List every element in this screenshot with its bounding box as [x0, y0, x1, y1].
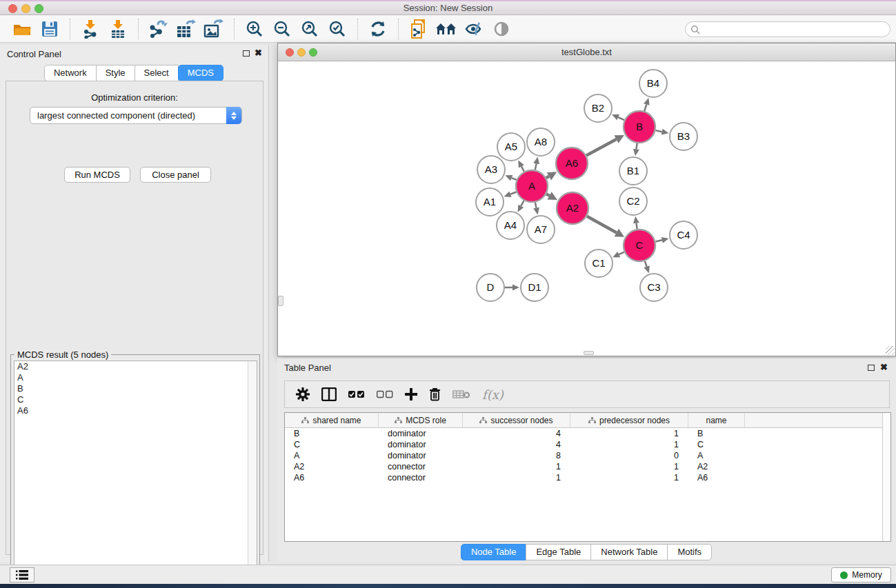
table-row[interactable]: A2connector11A2 [285, 461, 890, 472]
table-cell[interactable]: 4 [463, 439, 570, 450]
table-row[interactable]: Bdominator41B [285, 428, 890, 439]
graph-edge-A-A5[interactable] [518, 160, 524, 171]
table-cell[interactable]: B [688, 428, 745, 439]
memory-button[interactable]: Memory [831, 567, 891, 582]
home-view-button[interactable] [435, 17, 458, 41]
zoom-out-button[interactable] [270, 17, 294, 41]
deselect-all-button[interactable] [377, 390, 393, 398]
graph-node-A[interactable]: A [516, 170, 548, 202]
graph-node-C2[interactable]: C2 [619, 187, 647, 215]
graph-edge-A-A7[interactable] [533, 203, 539, 215]
graph-edge-A-A3[interactable] [505, 175, 516, 181]
graph-edge-A-A4[interactable] [518, 201, 524, 212]
graph-edge-B-B4[interactable] [644, 98, 650, 111]
table-cell[interactable]: 1 [463, 461, 570, 472]
vertical-scroll-mark[interactable] [278, 296, 283, 306]
graph-node-A7[interactable]: A7 [527, 216, 555, 243]
table-cell[interactable]: 1 [570, 428, 688, 439]
tab-motifs[interactable]: Motifs [667, 544, 712, 560]
table-cell[interactable]: A6 [688, 472, 745, 483]
table-cell[interactable]: 0 [570, 450, 688, 461]
close-panel-icon[interactable]: ✖ [255, 48, 262, 58]
graph-node-B2[interactable]: B2 [584, 94, 612, 122]
table-cell[interactable]: 1 [570, 461, 688, 472]
table-cell[interactable]: connector [379, 472, 463, 483]
horizontal-scroll-mark[interactable] [584, 351, 594, 355]
function-builder-button[interactable]: f(x) [482, 387, 504, 402]
run-mcds-button[interactable]: Run MCDS [64, 167, 130, 183]
hide-details-button[interactable] [462, 17, 486, 41]
zoom-selected-button[interactable] [326, 17, 349, 41]
delete-column-button[interactable] [429, 387, 441, 401]
table-cell[interactable]: dominator [379, 450, 463, 461]
table-cell[interactable]: 4 [463, 428, 570, 439]
export-network-button[interactable] [147, 17, 170, 41]
graph-edge-A-A2[interactable] [546, 192, 557, 200]
open-session-button[interactable] [10, 17, 34, 41]
mcds-result-item[interactable]: A6 [14, 405, 257, 416]
add-column-button[interactable] [405, 388, 417, 401]
zoom-fit-button[interactable] [298, 17, 321, 41]
table-cell[interactable]: A [688, 450, 745, 461]
table-close-icon[interactable]: ✖ [880, 363, 888, 372]
table-cell[interactable]: C [688, 439, 745, 450]
table-scrollbar[interactable] [882, 413, 890, 541]
table-float-icon[interactable] [868, 365, 875, 371]
graph-node-A5[interactable]: A5 [497, 133, 525, 161]
mcds-result-item[interactable]: C [14, 394, 257, 405]
tab-select[interactable]: Select [135, 65, 179, 81]
table-row[interactable]: Adominator80A [285, 450, 890, 461]
save-session-button[interactable] [38, 17, 61, 41]
graph-edge-C-C4[interactable] [655, 237, 668, 243]
resize-grip[interactable] [886, 346, 895, 355]
graph-node-B[interactable]: B [624, 111, 655, 143]
graph-node-B1[interactable]: B1 [619, 157, 647, 185]
column-header-successor-nodes[interactable]: successor nodes [463, 413, 570, 427]
import-table-button[interactable] [106, 17, 130, 41]
graph-node-A4[interactable]: A4 [497, 212, 524, 239]
table-settings-button[interactable] [296, 387, 310, 401]
network-close-traffic-light[interactable] [286, 48, 294, 57]
graph-node-A1[interactable]: A1 [476, 188, 504, 216]
tab-style[interactable]: Style [96, 65, 135, 81]
graph-node-A8[interactable]: A8 [527, 128, 555, 156]
mcds-result-item[interactable]: B [14, 383, 257, 394]
task-history-button[interactable] [10, 567, 34, 582]
column-header-shared-name[interactable]: shared name [285, 413, 379, 427]
graph-node-C1[interactable]: C1 [585, 250, 613, 277]
graph-edge-B-B3[interactable] [655, 129, 668, 135]
result-scrollbar[interactable] [248, 361, 257, 585]
table-cell[interactable]: A6 [285, 472, 379, 483]
table-cell[interactable]: 1 [463, 472, 570, 483]
graph-node-B4[interactable]: B4 [639, 70, 667, 97]
tab-edge-table[interactable]: Edge Table [526, 544, 591, 560]
table-cell[interactable]: A [285, 450, 379, 461]
refresh-layout-button[interactable] [366, 17, 390, 41]
graph-edge-A2-C[interactable] [587, 216, 624, 237]
graph-edge-A-A1[interactable] [504, 191, 517, 196]
table-cell[interactable]: 1 [570, 439, 688, 450]
network-canvas[interactable]: B4B2BB3A5A8A6A3B1AC2A1A2A4A7C4CC1DD1C3 [278, 61, 895, 356]
table-row[interactable]: Cdominator41C [285, 439, 890, 450]
graph-edge-A6-B[interactable] [586, 135, 624, 156]
graph-node-C3[interactable]: C3 [640, 274, 668, 301]
table-cell[interactable]: 1 [570, 472, 688, 483]
show-view-button[interactable] [490, 17, 513, 41]
graph-edge-D-D1[interactable] [505, 285, 519, 291]
graph-edge-B-B1[interactable] [633, 143, 639, 156]
graph-node-C4[interactable]: C4 [670, 221, 697, 249]
table-cell[interactable]: A2 [688, 461, 745, 472]
export-image-button[interactable] [202, 17, 226, 41]
zoom-in-button[interactable] [243, 17, 266, 41]
column-header-MCDS-role[interactable]: MCDS role [379, 413, 463, 427]
graph-edge-A-A8[interactable] [533, 157, 539, 170]
graph-node-B3[interactable]: B3 [670, 123, 697, 150]
tab-node-table[interactable]: Node Table [461, 544, 527, 560]
select-all-button[interactable] [348, 390, 365, 398]
graph-edge-C-C3[interactable] [644, 261, 650, 274]
table-cell[interactable]: connector [379, 461, 463, 472]
graph-node-C[interactable]: C [624, 230, 655, 261]
graph-node-A2[interactable]: A2 [557, 192, 588, 224]
tab-mcds[interactable]: MCDS [178, 65, 223, 81]
table-cell[interactable]: dominator [379, 428, 463, 439]
